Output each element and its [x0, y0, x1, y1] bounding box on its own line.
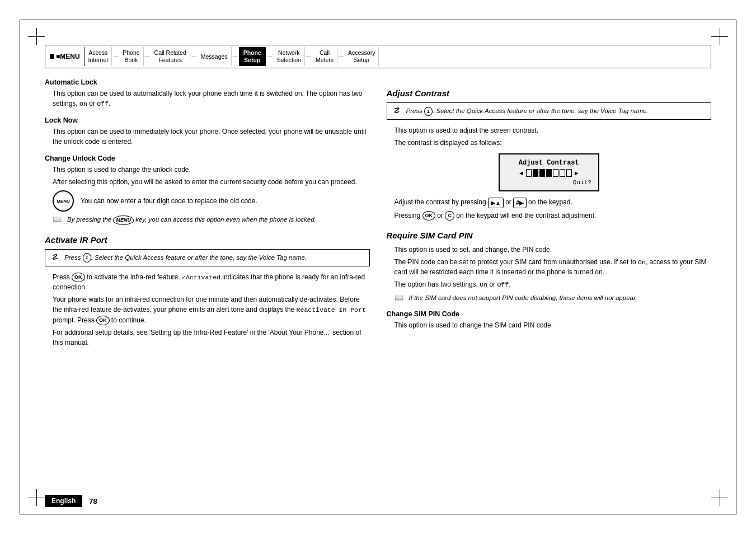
crosshair-br	[711, 489, 728, 506]
seg-5	[553, 169, 558, 177]
nav-messages[interactable]: Messages	[198, 47, 232, 66]
footer: English 78	[45, 495, 711, 507]
nav-arrow-2: —	[145, 54, 150, 59]
seg-6	[560, 169, 565, 177]
seg-4	[546, 169, 552, 177]
menu-label: ■MENU	[45, 47, 85, 66]
contrast-bar: ◄ ►	[506, 169, 591, 177]
change-unlock-note-text: By pressing the MENU key, you can access…	[67, 215, 316, 224]
activate-ir-note-text: Press 1. Select the Quick Access feature…	[64, 253, 307, 263]
star-btn: ▶▲	[488, 198, 504, 208]
seg-3	[539, 169, 545, 177]
nav-network-selection[interactable]: NetworkSelection	[274, 47, 305, 66]
menu-btn-inline: MENU	[113, 216, 134, 225]
nav-call-meters[interactable]: CallMeters	[312, 47, 337, 66]
lock-now-heading: Lock Now	[45, 116, 370, 124]
menu-button-icon: MENU	[53, 190, 74, 212]
screen-mockup: Adjust Contrast ◄ ► Quit?	[499, 153, 599, 191]
change-unlock-text1: This option is used to change the unlock…	[45, 165, 370, 175]
ok-btn-3: OK	[422, 211, 436, 221]
activate-ir-note-box: ☡ Press 1. Select the Quick Access featu…	[45, 249, 370, 266]
crosshair-bl	[28, 489, 45, 506]
seg-1	[526, 169, 532, 177]
require-sim-note-text: If the SIM card does not support PIN cod…	[409, 293, 637, 302]
adjust-contrast-text1: This option is used to adjust the screen…	[387, 125, 712, 135]
crosshair-tr	[711, 28, 728, 45]
change-sim-heading: Change SIM PIN Code	[387, 310, 712, 318]
nav-phone-book[interactable]: PhoneBook	[119, 47, 143, 66]
nav-arrow-6: —	[306, 54, 311, 59]
menu-text: ■MENU	[56, 53, 80, 60]
key-1-icon: 1	[83, 253, 91, 263]
change-sim-text: This option is used to change the SIM ca…	[387, 320, 712, 330]
left-arrow-icon: ◄	[518, 170, 524, 176]
border-top	[20, 20, 736, 20]
require-sim-text1: This option is used to set, and change, …	[387, 245, 712, 255]
nav-arrow-1: —	[113, 54, 118, 59]
adjust-contrast-heading: Adjust Contrast	[387, 88, 712, 98]
c-btn: C	[445, 211, 454, 221]
left-column: Automatic Lock This option can be used t…	[45, 78, 370, 350]
right-arrow-icon: ►	[574, 170, 580, 176]
ok-btn-1: OK	[72, 273, 85, 283]
menu-icon-wrapper: MENU You can now enter a four digit code…	[53, 190, 370, 212]
contrast-segments	[526, 169, 572, 177]
key-1-icon-2: 1	[424, 107, 433, 116]
main-content: ■MENU AccessInternet — PhoneBook — Call …	[45, 45, 711, 489]
activate-ir-text3: For additional setup details, see 'Setti…	[45, 327, 370, 348]
nav-arrow-5: —	[267, 54, 273, 59]
adjust-contrast-text4: Pressing OK or C on the keypad will end …	[387, 210, 712, 221]
seg-7	[566, 169, 572, 177]
nav-access-internet[interactable]: AccessInternet	[85, 47, 112, 66]
book-icon: 📖	[53, 215, 64, 223]
require-sim-heading: Require SIM Card PIN	[387, 231, 712, 240]
adjust-contrast-text2: The contrast is displayed as follows:	[387, 138, 712, 148]
change-unlock-note: 📖 By pressing the MENU key, you can acce…	[53, 215, 370, 224]
change-unlock-text2: After selecting this option, you will be…	[45, 177, 370, 187]
border-bottom	[20, 514, 736, 514]
navigation-bar: ■MENU AccessInternet — PhoneBook — Call …	[45, 45, 711, 68]
screen-title: Adjust Contrast	[506, 159, 591, 167]
require-sim-note: 📖 If the SIM card does not support PIN c…	[395, 293, 712, 302]
require-sim-text3: The option has two settings, On or Off.	[387, 279, 712, 289]
ok-btn-2: OK	[96, 316, 110, 326]
nav-call-related[interactable]: Call RelatedFeatures	[151, 47, 190, 66]
right-column: Adjust Contrast ☡ Press 1. Select the Qu…	[387, 78, 712, 350]
auto-lock-text: This option can be used to automatically…	[45, 88, 370, 109]
seg-2	[533, 169, 538, 177]
nav-phone-setup[interactable]: PhoneSetup	[239, 47, 266, 66]
nav-arrow-4: —	[233, 54, 238, 59]
adjust-contrast-note-box: ☡ Press 1. Select the Quick Access featu…	[387, 102, 712, 120]
book-icon-2: 📖	[395, 293, 406, 302]
language-badge: English	[45, 495, 82, 507]
border-right	[736, 20, 736, 514]
nav-arrow-7: —	[339, 54, 344, 59]
change-unlock-heading: Change Unlock Code	[45, 154, 370, 162]
z-icon: ☡	[51, 253, 60, 261]
activate-ir-heading: Activate IR Port	[45, 235, 370, 245]
border-left	[20, 20, 20, 514]
menu-icon	[50, 54, 54, 59]
hash-btn: #▶	[513, 198, 527, 208]
nav-accessory-setup[interactable]: AccessorySetup	[345, 47, 379, 66]
two-column-layout: Automatic Lock This option can be used t…	[45, 78, 711, 350]
page-number: 78	[89, 497, 97, 505]
activate-ir-text2: Your phone waits for an infra-red connec…	[45, 294, 370, 325]
screen-quit: Quit?	[506, 179, 591, 186]
adjust-contrast-text3: Adjust the contrast by pressing ▶▲ or #▶…	[387, 197, 712, 208]
crosshair-tl	[28, 28, 45, 45]
nav-arrow-3: —	[191, 54, 196, 59]
lock-now-text: This option can be used to immediately l…	[45, 127, 370, 147]
z-icon-2: ☡	[393, 106, 402, 115]
activate-ir-text1: Press OK to activate the infra-red featu…	[45, 272, 370, 293]
adjust-contrast-note-text: Press 1. Select the Quick Access feature…	[406, 106, 649, 116]
auto-lock-heading: Automatic Lock	[45, 78, 370, 86]
require-sim-text2: The PIN code can be set to protect your …	[387, 257, 712, 277]
change-unlock-text3: You can now enter a four digit code to r…	[81, 196, 257, 206]
